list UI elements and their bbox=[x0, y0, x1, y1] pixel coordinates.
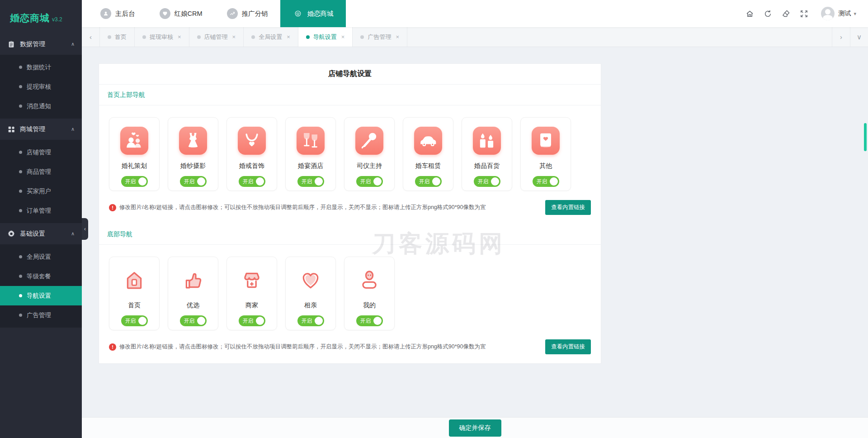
necklace-icon[interactable] bbox=[238, 127, 266, 155]
nav-card-婚戒首饰[interactable]: 婚戒首饰开启 bbox=[226, 117, 277, 191]
toggle-商家[interactable]: 开启 bbox=[239, 315, 265, 326]
sidebar-item-买家用户[interactable]: 买家用户 bbox=[0, 181, 82, 201]
car-icon[interactable] bbox=[414, 127, 442, 155]
app-name: 婚恋商城 bbox=[10, 12, 50, 24]
nav-card-首页[interactable]: 首页开启 bbox=[109, 257, 160, 330]
close-icon[interactable]: × bbox=[178, 33, 181, 40]
topbar-actions: 测试 ▾ bbox=[741, 5, 868, 23]
nav-card-司仪主持[interactable]: 司仪主持开启 bbox=[344, 117, 395, 191]
toggle-相亲[interactable]: 开启 bbox=[297, 315, 324, 326]
toggle-婚戒首饰[interactable]: 开启 bbox=[239, 176, 265, 187]
home-outline-icon[interactable] bbox=[120, 266, 148, 294]
nav-card-婚车租赁[interactable]: 婚车租赁开启 bbox=[403, 117, 453, 191]
sidebar-collapse-handle[interactable]: ‹ bbox=[82, 218, 88, 240]
tab-首页[interactable]: 首页 bbox=[100, 27, 135, 47]
nav-card-label: 婚戒首饰 bbox=[239, 162, 264, 170]
bullet-dot-icon bbox=[19, 275, 22, 278]
sidebar-item-店铺管理[interactable]: 店铺管理 bbox=[0, 143, 82, 162]
close-icon[interactable]: × bbox=[396, 33, 399, 40]
toggle-其他[interactable]: 开启 bbox=[533, 176, 559, 187]
tab-提现审核[interactable]: 提现审核× bbox=[135, 27, 189, 47]
wine-icon[interactable] bbox=[297, 127, 325, 155]
toggle-label: 开启 bbox=[184, 317, 195, 325]
nav-card-婚礼策划[interactable]: 婚礼策划开启 bbox=[109, 117, 160, 191]
workspace-tab-推广分销[interactable]: 推广分销 bbox=[215, 0, 280, 27]
workspace-tab-红娘CRM[interactable]: 红娘CRM bbox=[147, 0, 215, 27]
toggle-knob bbox=[373, 317, 382, 325]
close-icon[interactable]: × bbox=[232, 33, 236, 40]
sidebar-item-消息通知[interactable]: 消息通知 bbox=[0, 96, 82, 116]
nav-sections: 首页上部导航婚礼策划开启婚纱摄影开启婚戒首饰开启婚宴酒店开启司仪主持开启婚车租赁… bbox=[99, 85, 601, 363]
heart-outline-icon[interactable] bbox=[297, 266, 325, 294]
book-icon[interactable] bbox=[532, 127, 560, 155]
toggle-婚礼策划[interactable]: 开启 bbox=[121, 176, 148, 187]
nav-card-婚纱摄影[interactable]: 婚纱摄影开启 bbox=[168, 117, 218, 191]
sidebar-group-数据管理[interactable]: 数据管理∧ bbox=[0, 33, 82, 55]
toggle-婚车租赁[interactable]: 开启 bbox=[415, 176, 442, 187]
sidebar-item-广告管理[interactable]: 广告管理 bbox=[0, 305, 82, 325]
nav-card-优选[interactable]: 优选开启 bbox=[168, 257, 218, 330]
nav-card-相亲[interactable]: 相亲开启 bbox=[285, 257, 336, 330]
scrollbar-thumb[interactable] bbox=[864, 123, 867, 151]
sidebar-item-商品管理[interactable]: 商品管理 bbox=[0, 162, 82, 181]
app-logo: 婚恋商城 v3.2 bbox=[0, 0, 82, 33]
sidebar-group-基础设置[interactable]: 基础设置∧ bbox=[0, 223, 82, 244]
nav-card-label: 婚纱摄影 bbox=[180, 162, 206, 170]
nav-card-婚品百货[interactable]: 婚品百货开启 bbox=[462, 117, 512, 191]
tabs-menu-button[interactable]: ∨ bbox=[850, 27, 868, 47]
workspace-tab-婚恋商城[interactable]: 婚恋商城 bbox=[280, 0, 346, 27]
tabs-scroll-right-button[interactable]: › bbox=[832, 27, 850, 47]
nav-card-商家[interactable]: 商家开启 bbox=[226, 257, 277, 330]
sidebar-item-提现审核[interactable]: 提现审核 bbox=[0, 77, 82, 96]
tab-店铺管理[interactable]: 店铺管理× bbox=[189, 27, 244, 47]
chevron-down-icon[interactable]: ▾ bbox=[854, 11, 856, 17]
nav-card-我的[interactable]: 我的开启 bbox=[344, 257, 395, 330]
toggle-婚纱摄影[interactable]: 开启 bbox=[180, 176, 207, 187]
sidebar-item-全局设置[interactable]: 全局设置 bbox=[0, 247, 82, 267]
refresh-icon[interactable] bbox=[759, 5, 777, 23]
candles-icon[interactable] bbox=[473, 127, 501, 155]
sidebar-group-items: 数据统计提现审核消息通知 bbox=[0, 55, 82, 119]
nav-card-label: 相亲 bbox=[304, 301, 317, 309]
close-icon[interactable]: × bbox=[341, 33, 345, 40]
toggle-我的[interactable]: 开启 bbox=[356, 315, 383, 326]
toggle-label: 开启 bbox=[125, 178, 136, 186]
nav-card-婚宴酒店[interactable]: 婚宴酒店开启 bbox=[285, 117, 336, 191]
tab-导航设置[interactable]: 导航设置× bbox=[298, 27, 353, 47]
dress-icon[interactable] bbox=[179, 127, 207, 155]
nav-card-其他[interactable]: 其他开启 bbox=[520, 117, 571, 191]
sidebar-item-等级套餐[interactable]: 等级套餐 bbox=[0, 267, 82, 286]
clean-icon[interactable] bbox=[777, 5, 795, 23]
microphone-icon[interactable] bbox=[355, 127, 383, 155]
sidebar-item-数据统计[interactable]: 数据统计 bbox=[0, 57, 82, 77]
home-icon[interactable] bbox=[741, 5, 759, 23]
avatar[interactable] bbox=[821, 7, 835, 20]
toggle-label: 开启 bbox=[419, 178, 430, 186]
store-outline-icon[interactable] bbox=[238, 266, 266, 294]
toggle-优选[interactable]: 开启 bbox=[180, 315, 207, 326]
user-outline-icon[interactable] bbox=[355, 266, 383, 294]
toggle-婚宴酒店[interactable]: 开启 bbox=[297, 176, 324, 187]
tabs-scroll-left-button[interactable]: ‹ bbox=[82, 27, 100, 47]
workspace-tab-主后台[interactable]: 主后台 bbox=[88, 0, 147, 27]
tab-全局设置[interactable]: 全局设置× bbox=[244, 27, 298, 47]
sidebar-item-导航设置[interactable]: 导航设置 bbox=[0, 286, 82, 305]
sidebar-item-订单管理[interactable]: 订单管理 bbox=[0, 201, 82, 220]
mall-manage-icon bbox=[7, 125, 15, 133]
view-builtin-links-button[interactable]: 查看内置链接 bbox=[545, 200, 591, 215]
toggle-label: 开启 bbox=[302, 178, 312, 186]
close-icon[interactable]: × bbox=[287, 33, 290, 40]
tab-广告管理[interactable]: 广告管理× bbox=[353, 27, 407, 47]
couple-icon[interactable] bbox=[120, 127, 148, 155]
sidebar-group-商城管理[interactable]: 商城管理∧ bbox=[0, 119, 82, 140]
view-builtin-links-button[interactable]: 查看内置链接 bbox=[545, 339, 591, 354]
save-button[interactable]: 确定并保存 bbox=[449, 419, 501, 437]
toggle-司仪主持[interactable]: 开启 bbox=[356, 176, 383, 187]
workspace-tab-label: 婚恋商城 bbox=[307, 10, 334, 18]
toggle-knob bbox=[315, 317, 323, 325]
sidebar-group-label: 商城管理 bbox=[20, 125, 71, 133]
fullscreen-icon[interactable] bbox=[795, 5, 813, 23]
toggle-首页[interactable]: 开启 bbox=[121, 315, 148, 326]
thumbs-up-icon[interactable] bbox=[179, 266, 207, 294]
toggle-婚品百货[interactable]: 开启 bbox=[474, 176, 500, 187]
